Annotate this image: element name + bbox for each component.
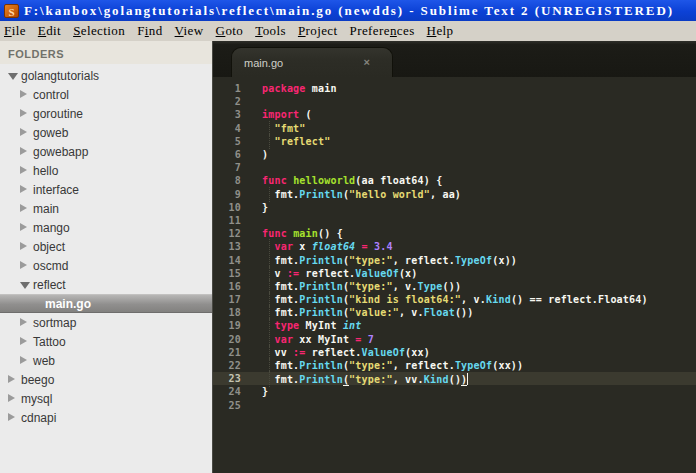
tree-item-label: goroutine xyxy=(33,107,83,121)
triangle-collapsed-icon[interactable] xyxy=(20,166,27,174)
triangle-collapsed-icon[interactable] xyxy=(20,261,27,269)
file-main.go[interactable]: main.go xyxy=(0,294,212,313)
line-number: 18 xyxy=(213,307,241,318)
triangle-collapsed-icon[interactable] xyxy=(20,185,27,193)
code-line-6[interactable]: 6) xyxy=(213,148,696,161)
code-line-17[interactable]: 17 fmt.Println("kind is float64:", v.Kin… xyxy=(213,293,696,306)
line-text: var x float64 = 3.4 xyxy=(262,241,393,252)
code-line-11[interactable]: 11 xyxy=(213,214,696,227)
tab-bar: main.go × xyxy=(213,41,696,77)
sidebar-folder-reflect[interactable]: reflect xyxy=(0,275,212,294)
code-line-5[interactable]: 5 "reflect" xyxy=(213,135,696,148)
code-line-15[interactable]: 15 v := reflect.ValueOf(x) xyxy=(213,267,696,280)
code-line-18[interactable]: 18 fmt.Println("value:", v.Float()) xyxy=(213,306,696,319)
sidebar-folder-goroutine[interactable]: goroutine xyxy=(0,104,212,123)
triangle-collapsed-icon[interactable] xyxy=(8,394,15,402)
menu-help[interactable]: Help xyxy=(427,23,454,39)
triangle-collapsed-icon[interactable] xyxy=(20,147,27,155)
code-line-1[interactable]: 1package main xyxy=(213,82,696,95)
tab-main-go[interactable]: main.go × xyxy=(232,48,392,77)
code-area[interactable]: 1package main23import (4 "fmt"5 "reflect… xyxy=(213,77,696,473)
sidebar-folder-mysql[interactable]: mysql xyxy=(0,389,212,408)
menu-find[interactable]: Find xyxy=(137,23,162,39)
menu-file[interactable]: File xyxy=(4,23,26,39)
code-line-10[interactable]: 10} xyxy=(213,201,696,214)
line-text: fmt.Println("type:", vv.Kind()) xyxy=(262,373,468,385)
sidebar-folder-mango[interactable]: mango xyxy=(0,218,212,237)
menu-edit[interactable]: Edit xyxy=(38,23,61,39)
menu-tools[interactable]: Tools xyxy=(255,23,286,39)
code-line-7[interactable]: 7 xyxy=(213,161,696,174)
window-title: F:\kanbox\golangtutorials\reflect\main.g… xyxy=(24,2,674,19)
menu-preferences[interactable]: Preferences xyxy=(350,23,415,39)
line-text: fmt.Println("type:", v.Type()) xyxy=(262,281,461,292)
code-line-22[interactable]: 22 fmt.Println("type:", reflect.TypeOf(x… xyxy=(213,359,696,372)
sidebar-folder-object[interactable]: object xyxy=(0,237,212,256)
line-number: 15 xyxy=(213,268,241,279)
code-line-8[interactable]: 8func helloworld(aa float64) { xyxy=(213,174,696,187)
triangle-expanded-icon[interactable] xyxy=(8,73,18,80)
sidebar-folder-gowebapp[interactable]: gowebapp xyxy=(0,142,212,161)
triangle-collapsed-icon[interactable] xyxy=(20,223,27,231)
code-line-2[interactable]: 2 xyxy=(213,95,696,108)
code-line-4[interactable]: 4 "fmt" xyxy=(213,122,696,135)
triangle-collapsed-icon[interactable] xyxy=(8,413,15,421)
line-number: 21 xyxy=(213,347,241,358)
tab-close-icon[interactable]: × xyxy=(364,56,370,68)
code-line-23[interactable]: 23 fmt.Println("type:", vv.Kind()) xyxy=(213,372,696,385)
menu-project[interactable]: Project xyxy=(298,23,338,39)
sidebar-folder-golangtutorials[interactable]: golangtutorials xyxy=(0,66,212,85)
code-line-14[interactable]: 14 fmt.Println("type:", reflect.TypeOf(x… xyxy=(213,253,696,266)
line-text: ) xyxy=(262,149,268,160)
code-line-25[interactable]: 25 xyxy=(213,399,696,412)
line-number: 25 xyxy=(213,400,241,411)
triangle-collapsed-icon[interactable] xyxy=(8,375,15,383)
line-number: 16 xyxy=(213,281,241,292)
sidebar-folder-oscmd[interactable]: oscmd xyxy=(0,256,212,275)
code-line-16[interactable]: 16 fmt.Println("type:", v.Type()) xyxy=(213,280,696,293)
sidebar-folder-goweb[interactable]: goweb xyxy=(0,123,212,142)
menu-view[interactable]: View xyxy=(175,23,204,39)
title-bar[interactable]: S F:\kanbox\golangtutorials\reflect\main… xyxy=(0,0,696,21)
line-number: 20 xyxy=(213,334,241,345)
menu-goto[interactable]: Goto xyxy=(216,23,244,39)
line-text: "fmt" xyxy=(262,123,306,134)
sidebar-folder-control[interactable]: control xyxy=(0,85,212,104)
line-number: 6 xyxy=(213,149,241,160)
sidebar-folder-sortmap[interactable]: sortmap xyxy=(0,313,212,332)
menu-bar: FileEditSelectionFindViewGotoToolsProjec… xyxy=(0,21,696,41)
sidebar-folder-tattoo[interactable]: Tattoo xyxy=(0,332,212,351)
code-line-9[interactable]: 9 fmt.Println("hello world", aa) xyxy=(213,188,696,201)
line-number: 23 xyxy=(213,373,241,384)
sublime-text-icon: S xyxy=(4,4,19,18)
triangle-collapsed-icon[interactable] xyxy=(20,356,27,364)
sidebar-folder-web[interactable]: web xyxy=(0,351,212,370)
code-line-20[interactable]: 20 var xx MyInt = 7 xyxy=(213,333,696,346)
code-line-13[interactable]: 13 var x float64 = 3.4 xyxy=(213,240,696,253)
triangle-collapsed-icon[interactable] xyxy=(20,242,27,250)
triangle-collapsed-icon[interactable] xyxy=(20,90,27,98)
sidebar-folder-cdnapi[interactable]: cdnapi xyxy=(0,408,212,427)
triangle-collapsed-icon[interactable] xyxy=(20,128,27,136)
code-line-19[interactable]: 19 type MyInt int xyxy=(213,319,696,332)
sidebar-folder-beego[interactable]: beego xyxy=(0,370,212,389)
code-line-12[interactable]: 12func main() { xyxy=(213,227,696,240)
triangle-expanded-icon[interactable] xyxy=(20,282,30,289)
triangle-collapsed-icon[interactable] xyxy=(20,204,27,212)
sidebar-folder-hello[interactable]: hello xyxy=(0,161,212,180)
line-text: v := reflect.ValueOf(x) xyxy=(262,268,418,279)
sidebar-folder-main[interactable]: main xyxy=(0,199,212,218)
code-line-24[interactable]: 24} xyxy=(213,385,696,398)
triangle-collapsed-icon[interactable] xyxy=(20,109,27,117)
code-line-3[interactable]: 3import ( xyxy=(213,108,696,121)
line-text: } xyxy=(262,202,268,213)
sidebar-folder-interface[interactable]: interface xyxy=(0,180,212,199)
tree-item-label: control xyxy=(33,88,69,102)
code-line-21[interactable]: 21 vv := reflect.ValueOf(xx) xyxy=(213,346,696,359)
line-text: func helloworld(aa float64) { xyxy=(262,175,442,186)
line-text: vv := reflect.ValueOf(xx) xyxy=(262,347,430,358)
triangle-collapsed-icon[interactable] xyxy=(20,318,27,326)
triangle-collapsed-icon[interactable] xyxy=(20,337,27,345)
menu-selection[interactable]: Selection xyxy=(73,23,125,39)
line-text: func main() { xyxy=(262,228,343,239)
